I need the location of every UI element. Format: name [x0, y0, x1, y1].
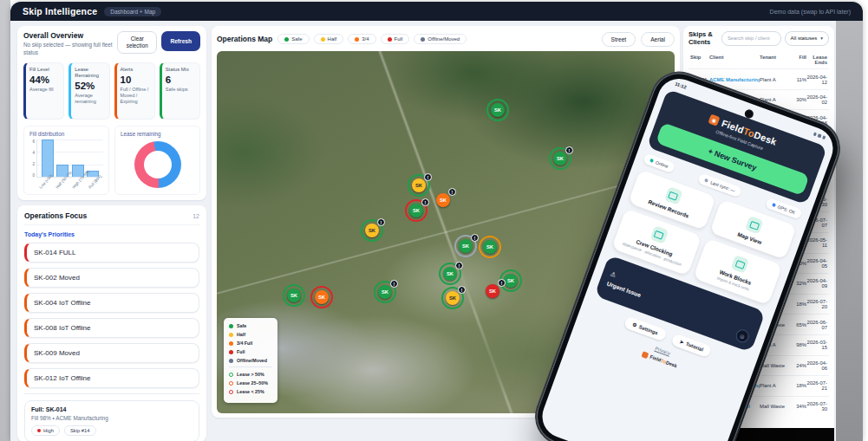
stat-cards: Fill Level44%Average fillLease Remaining…	[23, 62, 200, 120]
lease-cell: 2026-05-11	[806, 237, 827, 248]
gear-icon: ⚙	[631, 321, 637, 328]
map-title: Operations Map	[217, 35, 272, 43]
map-marker[interactable]: SK	[287, 289, 301, 302]
action-card-icon	[745, 216, 764, 235]
skip-marker-body[interactable]: SK	[459, 239, 473, 253]
priority-item[interactable]: SK-014 FULL	[24, 243, 199, 263]
skip-marker-body[interactable]: SK	[365, 224, 379, 237]
status-dot-icon	[229, 324, 233, 328]
map-marker[interactable]: SK!	[436, 193, 450, 207]
todays-priorities-label: Today's Priorities	[24, 231, 199, 237]
map-marker[interactable]: SK!	[378, 285, 392, 299]
map-marker[interactable]: SK!	[409, 204, 423, 217]
map-status-pills: SafeHalf3/4FullOffline/Moved	[277, 34, 467, 44]
map-marker[interactable]: SK!	[412, 178, 426, 192]
clear-selection-button[interactable]: Clear selection	[117, 31, 157, 54]
chevron-down-icon: ▾	[820, 36, 823, 41]
skip-marker-body[interactable]: SK	[504, 274, 518, 288]
status-dot-icon	[229, 341, 233, 346]
column-header: Tenant	[760, 55, 791, 65]
phone-status-icons	[813, 133, 826, 139]
alert-badge-icon: !	[448, 188, 456, 196]
phone-status-chip[interactable]: Online	[643, 153, 675, 174]
priority-item[interactable]: SK-002 Moved	[24, 268, 199, 288]
skip-marker-body[interactable]: SK	[287, 289, 301, 302]
map-marker[interactable]: SK!	[446, 291, 460, 305]
fill-cell: 18%	[791, 383, 806, 388]
stat-card: Lease Remaining52%Average remaining	[69, 62, 109, 120]
map-marker[interactable]: SK	[491, 103, 505, 117]
search-input[interactable]	[721, 31, 781, 46]
client-link[interactable]: ACME Manufacturing	[709, 77, 760, 82]
priority-item[interactable]: SK-004 IoT Offline	[24, 293, 199, 313]
chip-dot-icon	[704, 178, 708, 183]
stat-card: Alerts10Full / Offline / Moved / Expirin…	[114, 62, 155, 120]
fill-cell: 24%	[791, 363, 806, 368]
status-filter-select[interactable]: All statuses ▾	[785, 31, 829, 46]
street-view-button[interactable]: Street	[602, 32, 636, 47]
divider	[229, 366, 272, 367]
fill-cell: 34%	[791, 404, 806, 409]
legend-item: Offline/Moved	[229, 358, 272, 363]
map-marker[interactable]: SK!	[553, 152, 567, 165]
map-marker[interactable]: SK	[504, 274, 518, 288]
donut-chart-title: Lease remaining	[121, 131, 194, 137]
overview-title: Overall Overview	[23, 31, 117, 40]
fieldtodesk-footer-icon	[641, 351, 649, 359]
skip-marker-body[interactable]: SK	[378, 285, 392, 299]
alert-badge-icon: !	[390, 280, 398, 288]
lease-remaining-chart: Lease remaining	[114, 126, 200, 195]
overview-subtitle: No skip selected — showing full fleet st…	[23, 42, 117, 56]
legend-item: Lease 25–50%	[229, 380, 272, 386]
aerial-view-button[interactable]: Aerial	[641, 32, 675, 47]
map-marker[interactable]: SK!	[365, 224, 379, 237]
map-marker[interactable]: SK!	[486, 284, 499, 298]
bar	[42, 139, 54, 177]
status-dot-icon	[321, 37, 325, 42]
skip-marker-body[interactable]: SK	[446, 291, 460, 305]
lease-cell: 2026-06-07	[806, 320, 827, 330]
tenant-cell: Mall Waste	[760, 404, 791, 409]
lease-cell: 2026-07-30	[806, 401, 827, 412]
skip-marker-body[interactable]: SK	[409, 204, 423, 217]
skip-marker-body[interactable]: SK	[436, 193, 450, 207]
skip-marker-body[interactable]: SK	[412, 178, 426, 192]
map-status-pill: Half	[314, 34, 344, 44]
priority-item[interactable]: SK-008 IoT Offline	[24, 318, 199, 338]
skip-marker-body[interactable]: SK	[443, 267, 457, 281]
status-filter-value: All statuses	[791, 36, 818, 41]
priority-item[interactable]: SK-009 Moved	[24, 343, 199, 363]
demo-data-note: Demo data (swap to API later)	[770, 9, 851, 15]
map-status-pill: Full	[381, 34, 410, 44]
skip-marker-body[interactable]: SK	[486, 284, 499, 298]
action-card-icon	[731, 255, 750, 274]
detail-badge: Skip #14	[64, 425, 96, 436]
priority-item[interactable]: SK-012 IoT Offline	[24, 368, 199, 388]
alert-badge-icon: !	[455, 262, 463, 269]
skip-marker-body[interactable]: SK	[315, 290, 329, 304]
window-edge	[0, 0, 10, 441]
tutorial-label: Tutorial	[685, 341, 704, 353]
lease-cell: 2026-07-20	[806, 299, 827, 309]
status-dot-icon	[229, 350, 233, 354]
map-marker[interactable]: SK	[483, 240, 497, 254]
priority-list: SK-014 FULLSK-002 MovedSK-004 IoT Offlin…	[24, 243, 199, 388]
status-dot-icon	[284, 37, 289, 42]
map-marker[interactable]: SK!	[443, 267, 457, 281]
skip-marker-body[interactable]: SK	[483, 240, 497, 254]
map-status-pill: 3/4	[348, 34, 375, 44]
map-marker[interactable]: SK	[315, 290, 329, 304]
legend-lease-items: Lease > 50%Lease 25–50%Lease < 25%	[229, 372, 272, 394]
tenant-cell: Plant A	[760, 77, 791, 82]
column-header: Skip	[690, 55, 709, 65]
right-gutter	[836, 21, 863, 441]
skip-marker-body[interactable]: SK	[491, 103, 505, 117]
divider	[24, 393, 199, 394]
lease-ring-icon	[229, 381, 233, 386]
refresh-button[interactable]: Refresh	[161, 31, 200, 51]
play-icon: ➤	[679, 339, 685, 345]
app-window: Skip Intelligence Dashboard + Map Demo d…	[10, 2, 863, 441]
status-dot-icon	[355, 37, 359, 42]
skip-marker-body[interactable]: SK	[553, 152, 567, 165]
map-marker[interactable]: SK!	[459, 239, 473, 253]
